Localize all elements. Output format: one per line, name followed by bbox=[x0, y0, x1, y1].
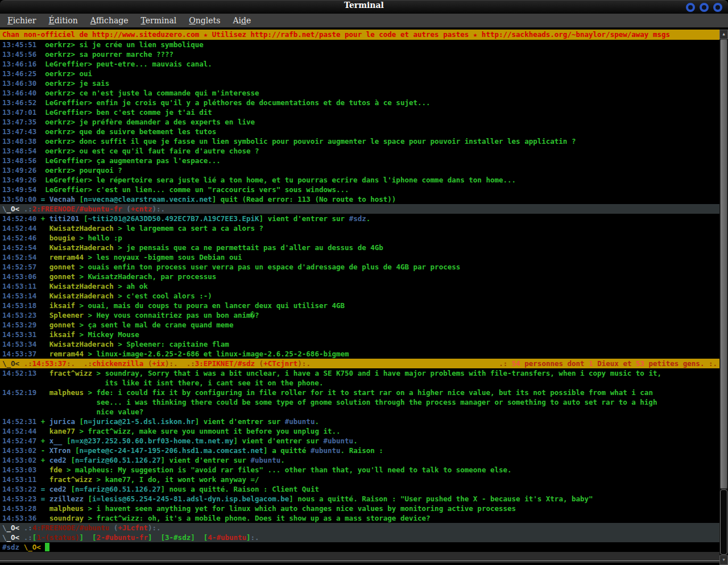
screen-session-bar: 0 bash [1 bash] bbox=[0, 552, 719, 563]
topic-bar: Chan non-officiel de http://www.siteduze… bbox=[0, 30, 719, 40]
terminal-screen[interactable]: 13:45:51 oerkrz> si je crée un lien symb… bbox=[0, 40, 719, 552]
chat-line: 13:46:52 LeGreffier> enfin je crois qu'i… bbox=[0, 98, 719, 107]
chat-line: its like it isnt there, i cant see it on… bbox=[0, 378, 719, 388]
menu-item-fichier[interactable]: Fichier bbox=[1, 14, 43, 27]
chat-line: 13:46:16 LeGreffier> peut-etre... mauvai… bbox=[0, 59, 719, 69]
chat-line: 13:49:26 LeGreffier> le répertoire sera … bbox=[0, 175, 719, 185]
chat-line: 14:52:19 malpheus > fde: i could fix it … bbox=[0, 388, 719, 397]
chat-line: see... i was thinking there could be som… bbox=[0, 397, 719, 407]
menu-item-affichage[interactable]: Affichage bbox=[84, 14, 135, 27]
chat-line: 13:49:26 oerkrz> pourquoi ? bbox=[0, 165, 719, 175]
titlebar: Terminal bbox=[0, 0, 728, 14]
chat-line: 14:52:40 + titi201 [~titi201@26A3DD50.49… bbox=[0, 214, 719, 223]
chat-line: 14:53:02 + ced2 [n=fariz@60.51.126.27] v… bbox=[0, 455, 719, 465]
chat-line: 14:53:28 malpheus > i havent seen anythi… bbox=[0, 504, 719, 513]
chat-line: 14:52:54 remram44 > les noyaux -bigmem s… bbox=[0, 252, 719, 262]
chat-line: 14:52:54 KwisatzHaderach > je pensais qu… bbox=[0, 243, 719, 252]
active-window-statusbar: \_O< .:14:53:37:. .:chickenzilla (+ix):.… bbox=[0, 359, 719, 368]
chat-line: 14:53:22 = ced2 [n=fariz@60.51.126.27] n… bbox=[0, 484, 719, 494]
chat-line: 13:49:54 LeGreffier> c'est un lien... co… bbox=[0, 185, 719, 194]
text-cursor bbox=[45, 543, 49, 551]
chat-line: 14:52:46 bougie > hello :p bbox=[0, 233, 719, 243]
chat-line: 14:53:23 = zzillezz [i=lesis@65.254-245-… bbox=[0, 494, 719, 504]
scroll-down-button[interactable]: ▼ bbox=[719, 555, 728, 565]
statusbar-ubuntu: \_O< .:4:FREENODE/#ubuntu (+JLcfnt):. bbox=[0, 523, 719, 533]
close-button[interactable] bbox=[713, 3, 722, 12]
menu-item-édition[interactable]: Édition bbox=[43, 14, 84, 27]
chat-line: 14:53:36 soundray > fract^wizz: oh, it's… bbox=[0, 513, 719, 523]
chat-line: 14:53:03 fde > malpheus: My suggestion i… bbox=[0, 465, 719, 475]
chat-line: 13:46:30 oerkrz> je sais bbox=[0, 78, 719, 88]
chat-line: 14:53:34 KwisatzHaderach > Spleener: cap… bbox=[0, 339, 719, 349]
terminal-window: { "window": { "title": "Terminal", "butt… bbox=[0, 0, 728, 565]
chat-line: 14:53:37 remram44 > linux-image-2.6.25-2… bbox=[0, 349, 719, 359]
chat-line: 14:52:47 + x__ [n=x@237.252.50.60.brf03-… bbox=[0, 436, 719, 446]
chat-line: 13:47:01 LeGreffier> ben c'est comme je … bbox=[0, 107, 719, 117]
menu-bar: FichierÉditionAffichageTerminalOngletsAi… bbox=[0, 14, 728, 28]
chat-line: 14:52:57 gonnet > ouais enfin ton proces… bbox=[0, 262, 719, 272]
chat-line: 13:45:56 oerkrz> sa pourrer marche ???? bbox=[0, 49, 719, 59]
menu-item-terminal[interactable]: Terminal bbox=[135, 14, 183, 27]
chat-line: 13:48:56 LeGreffier> ça augmentera pas l… bbox=[0, 156, 719, 165]
scrollbar-thumb[interactable] bbox=[720, 39, 727, 489]
chat-line: 14:52:44 KwisatzHaderach > le largemem c… bbox=[0, 223, 719, 233]
menu-item-aide[interactable]: Aide bbox=[226, 14, 257, 27]
statusbar-ubuntu-fr: \_O< .:2:FREENODE/#ubuntu-fr (+cntz):. bbox=[0, 204, 719, 214]
chat-line: 13:47:35 oerkrz> je préfère demander a d… bbox=[0, 117, 719, 127]
chat-line: 14:52:44 kane77 > fract^wizz, make sure … bbox=[0, 426, 719, 436]
caption-underline bbox=[0, 560, 719, 561]
chat-line: 14:53:29 gonnet > ça sent le mal de cran… bbox=[0, 320, 719, 330]
chat-line: 13:47:43 oerkrz> que de suivre betement … bbox=[0, 127, 719, 136]
window-list-bar: \_O< .:[1-(status)] [2-#ubuntu-fr] [3-#s… bbox=[0, 533, 719, 542]
chat-line: 14:52:13 fract^wizz > soundray, Sorry th… bbox=[0, 368, 719, 378]
scroll-up-button[interactable]: ▲ bbox=[719, 30, 728, 39]
chat-line: 14:52:31 + jurica [n=jurica@21-5.dsl.isk… bbox=[0, 417, 719, 426]
chat-line: 13:48:38 oerkrz> donc suffit il que je f… bbox=[0, 136, 719, 146]
scrollbar-trough[interactable] bbox=[720, 489, 727, 555]
chat-line: 13:45:51 oerkrz> si je crée un lien symb… bbox=[0, 40, 719, 49]
chat-line: 13:46:25 oerkrz> oui bbox=[0, 69, 719, 78]
window-buttons bbox=[686, 3, 722, 12]
chat-line: 13:48:54 oerkrz> ou est ce qu'il faut fa… bbox=[0, 146, 719, 156]
chat-line: 14:53:23 Spleener > Hey vous connaitriez… bbox=[0, 310, 719, 320]
minimize-button[interactable] bbox=[686, 3, 695, 12]
chat-line: 14:53:18 iksaif > ouai, mais du coups tu… bbox=[0, 301, 719, 310]
input-line[interactable]: #sdz \_O< bbox=[0, 542, 719, 552]
chat-line: 14:53:11 KwisatzHaderach > ah ok bbox=[0, 281, 719, 291]
chat-line: 13:50:00 = Vecnah [n=vecna@clearstream.v… bbox=[0, 194, 719, 204]
chat-line: 14:53:06 gonnet > KwisatzHaderach, par p… bbox=[0, 272, 719, 281]
maximize-button[interactable] bbox=[700, 3, 709, 12]
menu-item-onglets[interactable]: Onglets bbox=[183, 14, 226, 27]
chat-line: 14:53:14 KwisatzHaderach > c'est cool al… bbox=[0, 291, 719, 301]
chat-line: 14:53:02 - XTron [n=pete@c-24-147-195-20… bbox=[0, 446, 719, 455]
chat-line: 13:46:40 oerkrz> ce n'est juste la comma… bbox=[0, 88, 719, 98]
scrollbar[interactable]: ▲ ▼ bbox=[719, 30, 728, 565]
window-title: Terminal bbox=[0, 1, 728, 14]
chat-line: nice value? bbox=[0, 407, 719, 417]
chat-line: 14:53:31 iksaif > Mickey Mouse bbox=[0, 330, 719, 339]
chat-line: 14:53:11 fract^wizz > kane77, I do, it w… bbox=[0, 475, 719, 484]
